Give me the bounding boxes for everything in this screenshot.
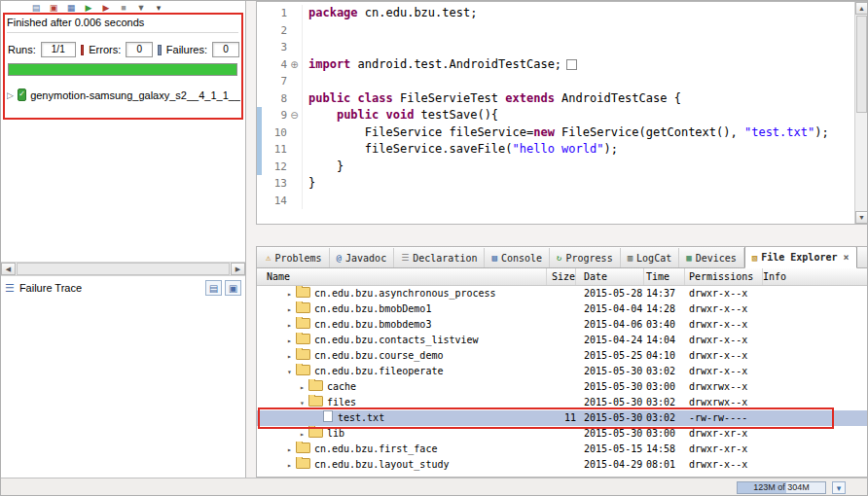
- file-row-cn.edu.bzu.bmobdemo3[interactable]: ▸cn.edu.bzu.bmobdemo32015-04-0603:40drwx…: [257, 317, 868, 333]
- file-row-cn.edu.bzu.bmobDemo1[interactable]: ▸cn.edu.bzu.bmobDemo12015-04-0414:28drwx…: [257, 301, 868, 317]
- fold-column: [287, 90, 303, 108]
- file-row-cache[interactable]: ▸cache2015-05-3003:00drwxrwx--x: [257, 379, 868, 395]
- file-name: cn.edu.bzu.bmobdemo3: [314, 319, 431, 330]
- name-cell: ▸cache: [257, 379, 547, 395]
- info-cell: [763, 410, 868, 426]
- code-segment: "hello world": [513, 142, 604, 156]
- tab-console[interactable]: ▤Console: [485, 248, 550, 267]
- code-segment: extends: [505, 91, 555, 105]
- close-icon[interactable]: ×: [843, 252, 849, 263]
- editor-vertical-scrollbar[interactable]: ▲ ▼: [854, 2, 868, 224]
- editor-line[interactable]: 2: [257, 22, 854, 40]
- file-explorer-icon: ▧: [752, 253, 757, 263]
- line-number: 14: [262, 193, 287, 210]
- filter-stack-trace-icon[interactable]: ▤: [205, 280, 222, 296]
- expand-arrow-icon[interactable]: ▷: [7, 90, 14, 100]
- editor-line[interactable]: 13}: [257, 175, 854, 193]
- hierarchy-icon[interactable]: ▤: [30, 3, 42, 15]
- column-header-permissions[interactable]: Permissions: [685, 268, 763, 285]
- compare-result-icon[interactable]: ▣: [225, 280, 241, 296]
- collapse-arrow-icon[interactable]: ▾: [284, 365, 295, 379]
- size-cell: [547, 457, 576, 473]
- tab-devices[interactable]: ▦Devices: [679, 248, 744, 267]
- fold-column: [287, 73, 303, 90]
- expand-arrow-icon[interactable]: ▸: [284, 287, 295, 301]
- info-cell: [763, 333, 868, 348]
- folder-icon: [296, 443, 310, 453]
- failure-trace-header: ☰ Failure Trace ▤ ▣: [1, 277, 245, 299]
- column-header-info[interactable]: Info: [763, 268, 868, 285]
- editor-line[interactable]: 7: [257, 73, 854, 90]
- fold-toggle-icon[interactable]: ⊖: [287, 107, 303, 124]
- java-editor[interactable]: 1package cn.edu.bzu.test;234⊕import andr…: [256, 1, 868, 225]
- file-row-cn.edu.bzu.first_face[interactable]: ▸cn.edu.bzu.first_face2015-05-1514:58drw…: [257, 442, 868, 457]
- stop-icon[interactable]: ■: [118, 3, 129, 15]
- file-row-cn.edu.bzu.layout_study[interactable]: ▸cn.edu.bzu.layout_study2015-04-2908:01d…: [257, 457, 868, 473]
- expand-arrow-icon[interactable]: ▸: [284, 443, 295, 457]
- tab-declaration[interactable]: ☰Declaration: [394, 248, 485, 267]
- editor-line[interactable]: 11 fileService.saveFile("hello world");: [257, 141, 854, 159]
- tab-logcat[interactable]: ▥LogCat: [621, 248, 680, 267]
- tab-problems[interactable]: ⚠Problems: [259, 248, 330, 267]
- junit-horizontal-scrollbar[interactable]: ◀ ▶: [1, 262, 245, 276]
- column-header-name[interactable]: Name: [257, 268, 547, 285]
- expand-arrow-icon[interactable]: ▸: [284, 458, 295, 473]
- scrollbar-thumb[interactable]: [856, 16, 867, 113]
- file-row-cn.edu.bzu.course_demo[interactable]: ▸cn.edu.bzu.course_demo2015-05-2504:10dr…: [257, 348, 868, 364]
- test-history-icon[interactable]: ▼: [135, 3, 147, 15]
- file-row-cn.edu.bzu.fileoperate[interactable]: ▾cn.edu.bzu.fileoperate2015-05-3003:02dr…: [257, 364, 868, 379]
- tab-javadoc[interactable]: @Javadoc: [330, 248, 395, 267]
- tab-progress[interactable]: ↻Progress: [550, 248, 621, 267]
- editor-line[interactable]: 14: [257, 193, 854, 210]
- garbage-collect-icon[interactable]: ▾: [832, 481, 846, 494]
- fold-toggle-icon[interactable]: ⊕: [287, 56, 303, 74]
- file-row-test.txt[interactable]: test.txt112015-05-3003:02-rw-rw----: [257, 410, 868, 426]
- scroll-down-icon[interactable]: ▼: [855, 211, 868, 224]
- expand-arrow-icon[interactable]: ▸: [284, 318, 295, 333]
- column-header-date[interactable]: Date: [576, 268, 644, 285]
- scroll-up-icon[interactable]: ▲: [855, 2, 868, 15]
- failures-filter-icon[interactable]: ▦: [65, 3, 77, 15]
- date-cell: 2015-05-25: [576, 348, 644, 364]
- tab-file-explorer[interactable]: ▧File Explorer×: [744, 246, 857, 268]
- collapse-arrow-icon[interactable]: ▾: [297, 396, 307, 410]
- editor-line[interactable]: 10 FileService fileService=new FileServi…: [257, 124, 854, 142]
- expand-arrow-icon[interactable]: ▸: [284, 349, 295, 364]
- expand-arrow-icon[interactable]: ▸: [297, 427, 307, 442]
- date-cell: 2015-05-28: [576, 286, 644, 301]
- editor-line[interactable]: 3: [257, 39, 854, 56]
- runs-label: Runs:: [8, 44, 36, 55]
- editor-line[interactable]: 8public class FileServieTest extends And…: [257, 90, 854, 108]
- editor-line[interactable]: 12 }: [257, 159, 854, 176]
- junit-tree-item[interactable]: ▷ ✓ genymotion-samsung_galaxy_s2__4_1_1_…: [7, 89, 240, 101]
- file-row-cn.edu.bzu.contacts_listview[interactable]: ▸cn.edu.bzu.contacts_listview2015-04-241…: [257, 333, 868, 348]
- errors-filter-icon[interactable]: ▣: [48, 3, 59, 15]
- editor-line[interactable]: 1package cn.edu.bzu.test;: [257, 5, 854, 22]
- scroll-right-icon[interactable]: ▶: [231, 263, 245, 275]
- eclipse-workbench: ▤▣▦▶▶■▼▾ Finished after 0.006 seconds Ru…: [0, 0, 868, 496]
- scrollbar-thumb[interactable]: [17, 263, 230, 275]
- expand-arrow-icon[interactable]: ▸: [297, 380, 307, 395]
- scroll-left-icon[interactable]: ◀: [1, 263, 16, 275]
- view-menu-icon[interactable]: ▾: [153, 3, 164, 15]
- file-row-lib[interactable]: ▸lib2015-05-3003:00drwxr-xr-x: [257, 426, 868, 442]
- code-segment: fileService.saveFile(: [308, 142, 513, 156]
- size-cell: [547, 395, 576, 410]
- heap-status-widget[interactable]: 123M of 304M: [737, 481, 826, 494]
- expand-arrow-icon[interactable]: ▸: [284, 302, 295, 317]
- date-cell: 2015-05-30: [576, 364, 644, 379]
- column-header-size[interactable]: Size: [547, 268, 576, 285]
- editor-line[interactable]: 4⊕import android.test.AndroidTestCase;: [257, 56, 854, 74]
- code-text: }: [303, 175, 315, 193]
- code-segment: }: [308, 176, 315, 190]
- expand-arrow-icon[interactable]: ▸: [284, 334, 295, 348]
- file-row-files[interactable]: ▾files2015-05-3003:02drwxrwx--x: [257, 395, 868, 410]
- rerun-test-icon[interactable]: ▶: [83, 3, 94, 15]
- column-header-time[interactable]: Time: [644, 268, 685, 285]
- name-cell: ▸cn.edu.bzu.contacts_listview: [257, 333, 547, 348]
- editor-line[interactable]: 9⊖ public void testSave(){: [257, 107, 854, 124]
- code-segment: package: [308, 6, 358, 19]
- file-row-cn.edu.bzu.asynchronous_process[interactable]: ▸cn.edu.bzu.asynchronous_process2015-05-…: [257, 286, 868, 301]
- rerun-failed-first-icon[interactable]: ▶: [100, 3, 112, 15]
- time-cell: 03:00: [644, 426, 685, 442]
